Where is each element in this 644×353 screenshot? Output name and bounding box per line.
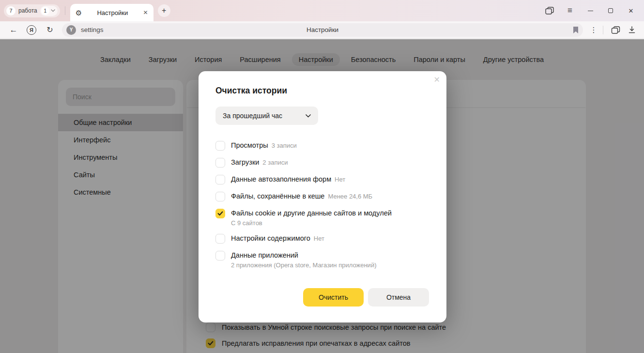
close-window-button[interactable]: ✕	[621, 3, 641, 18]
cancel-button[interactable]: Отмена	[368, 288, 429, 307]
browser-toolbar: ← Я ↻ Настройки Y settings ⋮	[0, 21, 644, 39]
clear-item-row: Просмотры3 записи	[215, 137, 429, 154]
browser-tab-settings[interactable]: ⚙ Настройки ✕	[70, 4, 153, 21]
time-period-select[interactable]: За прошедший час	[215, 107, 318, 125]
checkbox-unchecked[interactable]	[215, 192, 225, 201]
clear-item-row: Файлы cookie и другие данные сайтов и мо…	[215, 205, 429, 230]
extensions-panel-button[interactable]	[607, 26, 624, 34]
browser-tab-bar: 7 работа 1 ⚙ Настройки ✕ + ≡ ✕	[0, 0, 644, 21]
workspace-tab-count: 1	[41, 7, 49, 15]
chevron-down-icon	[306, 114, 311, 118]
checkbox-unchecked[interactable]	[215, 141, 225, 151]
clear-item-label: Просмотры	[231, 141, 268, 149]
chevron-down-icon	[51, 9, 55, 12]
clear-item-label: Данные автозаполнения форм	[231, 175, 331, 183]
workspace-switcher[interactable]: 7 работа 1	[4, 4, 60, 17]
gear-icon: ⚙	[76, 9, 82, 16]
time-period-value: За прошедший час	[223, 112, 282, 120]
yandex-home-button[interactable]: Я	[27, 25, 36, 35]
address-bar-page-title: Настройки	[62, 26, 583, 33]
clear-item-row: Загрузки2 записи	[215, 154, 429, 171]
clear-items-list: Просмотры3 записиЗагрузки2 записиДанные …	[215, 137, 429, 272]
minimize-button[interactable]	[580, 3, 600, 18]
clear-item-row: Данные автозаполнения формНет	[215, 171, 429, 188]
window-controls: ≡ ✕	[539, 3, 641, 18]
toolbar-separator	[603, 26, 603, 34]
panels-icon	[611, 26, 620, 34]
checkbox-unchecked[interactable]	[215, 175, 225, 184]
browser-menu-button[interactable]: ≡	[560, 3, 580, 18]
address-bar-menu-button[interactable]: ⋮	[588, 26, 599, 34]
back-button[interactable]: ←	[7, 25, 20, 35]
workspace-name: работа	[18, 7, 37, 14]
refresh-button[interactable]: ↻	[44, 25, 56, 34]
address-bar[interactable]: Настройки Y settings	[62, 23, 583, 37]
side-panels-button[interactable]	[539, 3, 560, 18]
downloads-button[interactable]	[624, 26, 640, 33]
workspace-count-badge: 7	[6, 6, 15, 15]
clear-item-label: Загрузки	[231, 158, 259, 166]
minimize-icon	[588, 11, 593, 11]
maximize-button[interactable]	[600, 3, 621, 18]
clear-item-count: 3 записи	[272, 142, 297, 149]
panels-icon	[545, 7, 554, 15]
clear-item-count: Нет	[314, 235, 324, 242]
maximize-icon	[608, 8, 613, 13]
clear-item-count: 2 записи	[262, 159, 288, 166]
clear-history-dialog: ✕ Очистка истории За прошедший час Просм…	[199, 71, 446, 322]
clear-item-row: Данные приложений2 приложения (Opera sto…	[215, 247, 429, 272]
close-tab-icon[interactable]: ✕	[143, 9, 148, 16]
dialog-title: Очистка истории	[215, 86, 429, 96]
bookmark-button[interactable]	[573, 26, 579, 34]
tab-separator	[65, 6, 65, 15]
check-icon	[217, 211, 223, 216]
clear-button[interactable]: Очистить	[303, 288, 364, 307]
clear-item-row: Настройки содержимогоНет	[215, 230, 429, 247]
clear-item-subtitle: 2 приложения (Opera store, Магазин прило…	[231, 261, 376, 269]
clear-item-count: Нет	[335, 176, 345, 183]
bookmark-flag-icon	[573, 26, 579, 34]
dialog-close-icon[interactable]: ✕	[434, 75, 440, 84]
checkbox-unchecked[interactable]	[215, 251, 225, 261]
checkbox-unchecked[interactable]	[215, 158, 225, 168]
clear-item-label: Данные приложений	[231, 251, 298, 259]
new-tab-button[interactable]: +	[158, 4, 170, 17]
workspace-tab-badge[interactable]: 1	[40, 6, 58, 16]
clear-item-label: Настройки содержимого	[231, 234, 310, 242]
clear-item-row: Файлы, сохранённые в кешеМенее 24,6 МБ	[215, 188, 429, 205]
clear-item-subtitle: С 9 сайтов	[231, 219, 392, 227]
checkbox-checked[interactable]	[215, 209, 225, 218]
checkbox-unchecked[interactable]	[215, 234, 225, 244]
clear-item-label: Файлы cookie и другие данные сайтов и мо…	[231, 209, 392, 217]
tab-title: Настройки	[82, 9, 143, 16]
download-icon	[629, 26, 635, 33]
address-bar-url[interactable]: settings	[81, 26, 104, 33]
clear-item-label: Файлы, сохранённые в кеше	[231, 192, 324, 200]
clear-item-count: Менее 24,6 МБ	[328, 193, 372, 200]
dialog-actions: Очистить Отмена	[303, 288, 429, 307]
